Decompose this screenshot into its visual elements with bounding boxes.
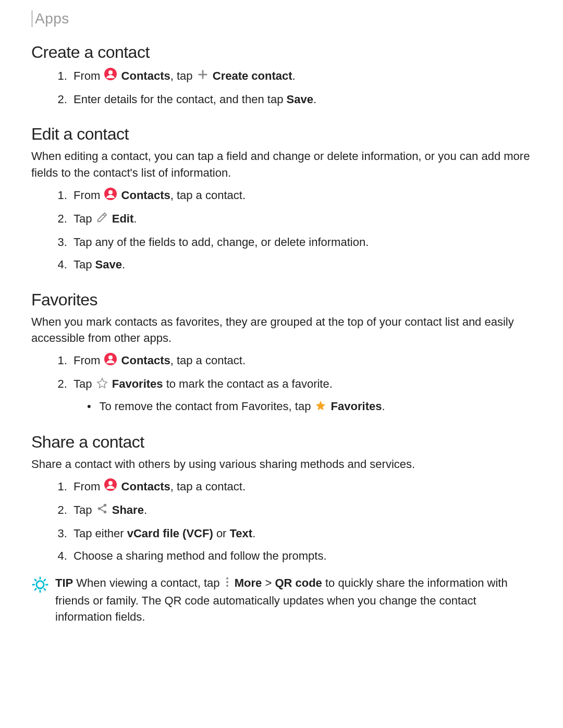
star-outline-icon	[96, 375, 108, 394]
contacts-icon	[104, 477, 117, 497]
text: .	[122, 258, 125, 271]
svg-point-10	[103, 511, 106, 514]
tip-block: TIP When viewing a contact, tap More > Q…	[31, 575, 532, 625]
text: .	[313, 93, 316, 106]
edit-step-1: From Contacts, tap a contact.	[70, 186, 532, 206]
svg-point-14	[226, 585, 228, 587]
share-desc: Share a contact with others by using var…	[31, 456, 532, 473]
section-title-edit: Edit a contact	[31, 125, 532, 144]
text: .	[382, 400, 385, 413]
text: or	[213, 527, 230, 540]
star-filled-icon	[315, 398, 326, 417]
tip-label: TIP	[55, 576, 73, 589]
svg-point-5	[108, 355, 113, 360]
share-icon	[96, 501, 108, 520]
edit-pencil-icon	[96, 209, 108, 229]
text: From	[74, 480, 103, 493]
text: Enter details for the contact, and then …	[74, 93, 286, 106]
section-title-create: Create a contact	[31, 43, 532, 62]
edit-step-2: Tap Edit.	[70, 209, 532, 229]
svg-point-11	[36, 581, 44, 588]
svg-point-8	[103, 504, 106, 507]
text-bold: Contacts	[121, 354, 170, 367]
text: .	[292, 69, 296, 82]
text-bold: Favorites	[331, 400, 382, 413]
text: Tap	[74, 212, 95, 225]
tip-text: TIP When viewing a contact, tap More > Q…	[55, 575, 532, 625]
section-title-share: Share a contact	[31, 433, 532, 452]
fav-desc: When you mark contacts as favorites, the…	[31, 314, 532, 347]
text: To remove the contact from Favorites, ta…	[99, 400, 314, 413]
text: to mark the contact as a favorite.	[163, 377, 333, 390]
svg-point-1	[108, 70, 113, 75]
text-bold: QR code	[275, 576, 322, 589]
text-bold: Share	[112, 503, 144, 516]
contacts-icon	[104, 352, 117, 371]
text: Tap either	[74, 527, 127, 540]
create-step-2: Enter details for the contact, and then …	[70, 90, 532, 109]
text-bold: Text	[230, 527, 253, 540]
text: Tap	[74, 258, 95, 271]
edit-desc: When editing a contact, you can tap a fi…	[31, 148, 532, 181]
text-bold: More	[235, 576, 262, 589]
contacts-icon	[104, 187, 117, 206]
section-title-favorites: Favorites	[31, 290, 532, 310]
text: Tap	[74, 503, 95, 516]
text-bold: Edit	[112, 212, 134, 225]
text: Tap	[74, 377, 95, 390]
more-dots-icon	[224, 576, 230, 593]
edit-step-3: Tap any of the fields to add, change, or…	[70, 232, 532, 252]
share-step-4: Choose a sharing method and follow the p…	[70, 546, 532, 565]
text: , tap	[170, 69, 196, 82]
text-bold: vCard file (VCF)	[127, 527, 213, 540]
fav-step-2: Tap Favorites to mark the contact as a f…	[70, 374, 532, 417]
text-bold: Contacts	[121, 189, 170, 202]
contacts-icon	[104, 67, 117, 86]
svg-point-13	[226, 581, 228, 583]
text: From	[74, 69, 103, 82]
text: >	[262, 576, 275, 589]
text: From	[74, 189, 103, 202]
page-header: Apps	[31, 10, 532, 27]
text-bold: Favorites	[112, 377, 163, 390]
text: When viewing a contact, tap	[73, 576, 223, 589]
svg-point-3	[108, 190, 113, 194]
text: .	[133, 212, 137, 225]
text: , tap a contact.	[170, 480, 246, 493]
tip-lightbulb-icon	[31, 576, 49, 598]
text: , tap a contact.	[170, 354, 246, 367]
text: , tap a contact.	[170, 189, 246, 202]
text-bold: Contacts	[121, 480, 170, 493]
text: .	[252, 527, 255, 540]
text-bold: Create contact	[213, 69, 292, 82]
svg-point-9	[97, 507, 101, 510]
share-step-3: Tap either vCard file (VCF) or Text.	[70, 524, 532, 543]
plus-icon	[197, 67, 209, 86]
share-step-1: From Contacts, tap a contact.	[70, 477, 532, 497]
share-step-2: Tap Share.	[70, 500, 532, 521]
text-bold: Contacts	[121, 69, 170, 82]
text-bold: Save	[286, 93, 313, 106]
svg-point-7	[108, 481, 113, 485]
text-bold: Save	[95, 258, 122, 271]
fav-step-1: From Contacts, tap a contact.	[70, 351, 532, 371]
fav-sub-item: To remove the contact from Favorites, ta…	[84, 397, 532, 417]
text: From	[74, 354, 103, 367]
create-step-1: From Contacts, tap Create contact.	[70, 66, 532, 87]
edit-step-4: Tap Save.	[70, 255, 532, 274]
svg-point-12	[226, 577, 228, 579]
text: .	[144, 503, 147, 516]
